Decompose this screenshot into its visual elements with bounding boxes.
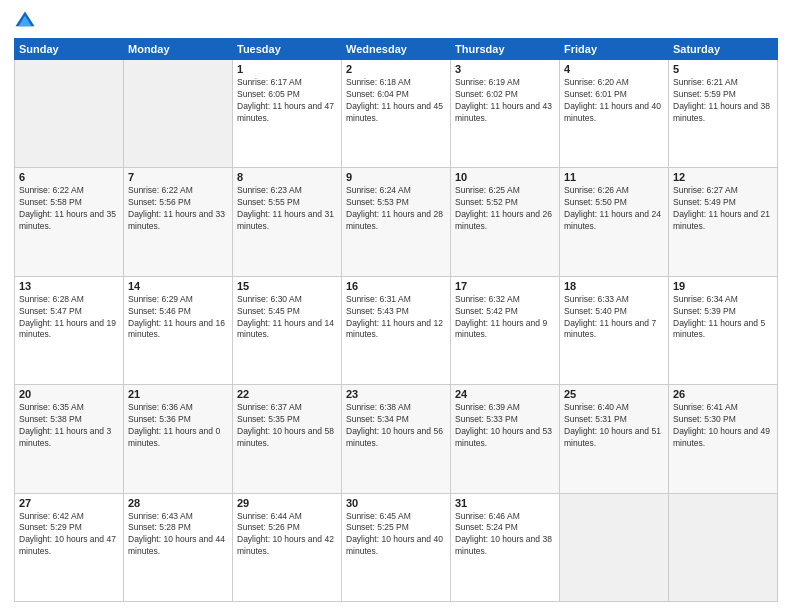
- calendar-cell: 6Sunrise: 6:22 AM Sunset: 5:58 PM Daylig…: [15, 168, 124, 276]
- day-number: 4: [564, 63, 664, 75]
- calendar-cell: 30Sunrise: 6:45 AM Sunset: 5:25 PM Dayli…: [342, 493, 451, 601]
- day-number: 16: [346, 280, 446, 292]
- day-number: 3: [455, 63, 555, 75]
- day-number: 11: [564, 171, 664, 183]
- header: [14, 10, 778, 32]
- day-info: Sunrise: 6:21 AM Sunset: 5:59 PM Dayligh…: [673, 77, 773, 125]
- day-info: Sunrise: 6:33 AM Sunset: 5:40 PM Dayligh…: [564, 294, 664, 342]
- calendar-cell: 14Sunrise: 6:29 AM Sunset: 5:46 PM Dayli…: [124, 276, 233, 384]
- calendar-cell: [669, 493, 778, 601]
- day-number: 18: [564, 280, 664, 292]
- calendar-cell: [124, 60, 233, 168]
- calendar-cell: 8Sunrise: 6:23 AM Sunset: 5:55 PM Daylig…: [233, 168, 342, 276]
- day-header-friday: Friday: [560, 39, 669, 60]
- calendar-cell: 3Sunrise: 6:19 AM Sunset: 6:02 PM Daylig…: [451, 60, 560, 168]
- calendar-cell: 4Sunrise: 6:20 AM Sunset: 6:01 PM Daylig…: [560, 60, 669, 168]
- calendar-cell: 25Sunrise: 6:40 AM Sunset: 5:31 PM Dayli…: [560, 385, 669, 493]
- day-info: Sunrise: 6:45 AM Sunset: 5:25 PM Dayligh…: [346, 511, 446, 559]
- day-number: 30: [346, 497, 446, 509]
- calendar-cell: 27Sunrise: 6:42 AM Sunset: 5:29 PM Dayli…: [15, 493, 124, 601]
- calendar-cell: 29Sunrise: 6:44 AM Sunset: 5:26 PM Dayli…: [233, 493, 342, 601]
- calendar-cell: [15, 60, 124, 168]
- day-number: 21: [128, 388, 228, 400]
- day-number: 19: [673, 280, 773, 292]
- calendar-cell: 10Sunrise: 6:25 AM Sunset: 5:52 PM Dayli…: [451, 168, 560, 276]
- day-info: Sunrise: 6:42 AM Sunset: 5:29 PM Dayligh…: [19, 511, 119, 559]
- calendar-cell: 9Sunrise: 6:24 AM Sunset: 5:53 PM Daylig…: [342, 168, 451, 276]
- day-number: 20: [19, 388, 119, 400]
- day-header-sunday: Sunday: [15, 39, 124, 60]
- day-number: 8: [237, 171, 337, 183]
- day-number: 25: [564, 388, 664, 400]
- calendar-cell: 11Sunrise: 6:26 AM Sunset: 5:50 PM Dayli…: [560, 168, 669, 276]
- day-number: 12: [673, 171, 773, 183]
- calendar-cell: 22Sunrise: 6:37 AM Sunset: 5:35 PM Dayli…: [233, 385, 342, 493]
- day-number: 23: [346, 388, 446, 400]
- day-info: Sunrise: 6:35 AM Sunset: 5:38 PM Dayligh…: [19, 402, 119, 450]
- day-number: 13: [19, 280, 119, 292]
- calendar-cell: 18Sunrise: 6:33 AM Sunset: 5:40 PM Dayli…: [560, 276, 669, 384]
- page: SundayMondayTuesdayWednesdayThursdayFrid…: [0, 0, 792, 612]
- day-info: Sunrise: 6:39 AM Sunset: 5:33 PM Dayligh…: [455, 402, 555, 450]
- calendar-week-0: 1Sunrise: 6:17 AM Sunset: 6:05 PM Daylig…: [15, 60, 778, 168]
- day-info: Sunrise: 6:22 AM Sunset: 5:58 PM Dayligh…: [19, 185, 119, 233]
- day-number: 31: [455, 497, 555, 509]
- day-info: Sunrise: 6:32 AM Sunset: 5:42 PM Dayligh…: [455, 294, 555, 342]
- day-header-tuesday: Tuesday: [233, 39, 342, 60]
- header-row: SundayMondayTuesdayWednesdayThursdayFrid…: [15, 39, 778, 60]
- day-number: 9: [346, 171, 446, 183]
- day-info: Sunrise: 6:26 AM Sunset: 5:50 PM Dayligh…: [564, 185, 664, 233]
- day-info: Sunrise: 6:17 AM Sunset: 6:05 PM Dayligh…: [237, 77, 337, 125]
- day-info: Sunrise: 6:44 AM Sunset: 5:26 PM Dayligh…: [237, 511, 337, 559]
- calendar-cell: 26Sunrise: 6:41 AM Sunset: 5:30 PM Dayli…: [669, 385, 778, 493]
- day-info: Sunrise: 6:34 AM Sunset: 5:39 PM Dayligh…: [673, 294, 773, 342]
- calendar-body: 1Sunrise: 6:17 AM Sunset: 6:05 PM Daylig…: [15, 60, 778, 602]
- calendar-cell: 17Sunrise: 6:32 AM Sunset: 5:42 PM Dayli…: [451, 276, 560, 384]
- day-info: Sunrise: 6:23 AM Sunset: 5:55 PM Dayligh…: [237, 185, 337, 233]
- calendar-cell: 2Sunrise: 6:18 AM Sunset: 6:04 PM Daylig…: [342, 60, 451, 168]
- calendar-cell: [560, 493, 669, 601]
- calendar-cell: 15Sunrise: 6:30 AM Sunset: 5:45 PM Dayli…: [233, 276, 342, 384]
- day-header-monday: Monday: [124, 39, 233, 60]
- day-number: 7: [128, 171, 228, 183]
- calendar-cell: 20Sunrise: 6:35 AM Sunset: 5:38 PM Dayli…: [15, 385, 124, 493]
- day-number: 1: [237, 63, 337, 75]
- calendar-table: SundayMondayTuesdayWednesdayThursdayFrid…: [14, 38, 778, 602]
- day-info: Sunrise: 6:43 AM Sunset: 5:28 PM Dayligh…: [128, 511, 228, 559]
- day-info: Sunrise: 6:24 AM Sunset: 5:53 PM Dayligh…: [346, 185, 446, 233]
- calendar-cell: 24Sunrise: 6:39 AM Sunset: 5:33 PM Dayli…: [451, 385, 560, 493]
- calendar-header: SundayMondayTuesdayWednesdayThursdayFrid…: [15, 39, 778, 60]
- day-number: 5: [673, 63, 773, 75]
- day-info: Sunrise: 6:19 AM Sunset: 6:02 PM Dayligh…: [455, 77, 555, 125]
- day-info: Sunrise: 6:36 AM Sunset: 5:36 PM Dayligh…: [128, 402, 228, 450]
- day-number: 14: [128, 280, 228, 292]
- day-info: Sunrise: 6:27 AM Sunset: 5:49 PM Dayligh…: [673, 185, 773, 233]
- day-number: 27: [19, 497, 119, 509]
- day-number: 22: [237, 388, 337, 400]
- calendar-cell: 1Sunrise: 6:17 AM Sunset: 6:05 PM Daylig…: [233, 60, 342, 168]
- calendar-cell: 13Sunrise: 6:28 AM Sunset: 5:47 PM Dayli…: [15, 276, 124, 384]
- day-info: Sunrise: 6:29 AM Sunset: 5:46 PM Dayligh…: [128, 294, 228, 342]
- day-info: Sunrise: 6:18 AM Sunset: 6:04 PM Dayligh…: [346, 77, 446, 125]
- calendar-week-3: 20Sunrise: 6:35 AM Sunset: 5:38 PM Dayli…: [15, 385, 778, 493]
- day-info: Sunrise: 6:38 AM Sunset: 5:34 PM Dayligh…: [346, 402, 446, 450]
- calendar-cell: 12Sunrise: 6:27 AM Sunset: 5:49 PM Dayli…: [669, 168, 778, 276]
- day-header-saturday: Saturday: [669, 39, 778, 60]
- day-number: 6: [19, 171, 119, 183]
- calendar-cell: 5Sunrise: 6:21 AM Sunset: 5:59 PM Daylig…: [669, 60, 778, 168]
- calendar-cell: 19Sunrise: 6:34 AM Sunset: 5:39 PM Dayli…: [669, 276, 778, 384]
- day-info: Sunrise: 6:22 AM Sunset: 5:56 PM Dayligh…: [128, 185, 228, 233]
- day-info: Sunrise: 6:46 AM Sunset: 5:24 PM Dayligh…: [455, 511, 555, 559]
- day-info: Sunrise: 6:25 AM Sunset: 5:52 PM Dayligh…: [455, 185, 555, 233]
- day-info: Sunrise: 6:37 AM Sunset: 5:35 PM Dayligh…: [237, 402, 337, 450]
- logo: [14, 10, 40, 32]
- calendar-cell: 21Sunrise: 6:36 AM Sunset: 5:36 PM Dayli…: [124, 385, 233, 493]
- day-header-thursday: Thursday: [451, 39, 560, 60]
- calendar-week-4: 27Sunrise: 6:42 AM Sunset: 5:29 PM Dayli…: [15, 493, 778, 601]
- calendar-cell: 16Sunrise: 6:31 AM Sunset: 5:43 PM Dayli…: [342, 276, 451, 384]
- day-number: 28: [128, 497, 228, 509]
- day-info: Sunrise: 6:41 AM Sunset: 5:30 PM Dayligh…: [673, 402, 773, 450]
- logo-icon: [14, 10, 36, 32]
- day-number: 15: [237, 280, 337, 292]
- day-info: Sunrise: 6:40 AM Sunset: 5:31 PM Dayligh…: [564, 402, 664, 450]
